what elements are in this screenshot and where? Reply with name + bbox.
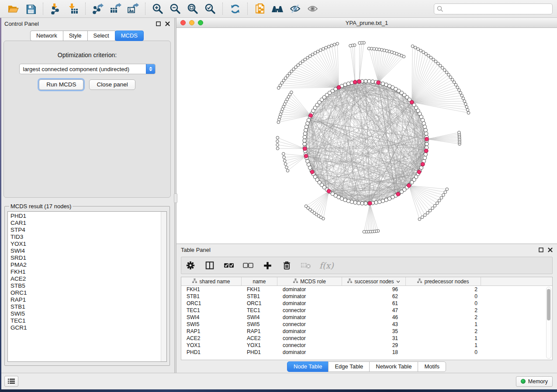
show-all-eye-icon[interactable] [304,1,321,16]
criterion-value: largest connected component (undirected) [20,66,146,72]
cell-successor_nodes: 18 [342,349,406,356]
mcds-result-item[interactable]: SWI4 [10,248,166,254]
cell-successor_nodes: 43 [342,321,406,328]
maximize-window-icon[interactable] [198,20,203,25]
column-header-shared-name[interactable]: shared name [181,277,242,285]
list-scrollbar-track[interactable] [161,212,166,361]
mcds-result-item[interactable]: SRD1 [10,254,166,261]
table-tab-motifs[interactable]: Motifs [418,361,446,372]
criterion-dropdown[interactable]: largest connected component (undirected) [19,64,156,74]
zoom-fit-icon[interactable] [184,1,201,16]
delete-table-icon[interactable] [300,260,311,271]
export-table-icon[interactable] [107,1,124,16]
import-network-icon[interactable] [47,1,64,16]
unselect-all-checkboxes-icon[interactable] [242,260,254,271]
first-neighbors-icon[interactable] [269,1,286,16]
clone-network-icon[interactable] [251,1,269,16]
cell-name: TEC1 [242,307,277,314]
float-table-panel-icon[interactable] [539,248,543,252]
table-row[interactable]: FKH1FKH1dominator962 [181,286,552,293]
cell-mcds_role: dominator [277,286,342,293]
add-column-plus-icon[interactable] [262,260,273,271]
table-row[interactable]: ORC1ORC1dominator610 [181,300,552,307]
table-tab-network-table[interactable]: Network Table [369,361,418,372]
network-window-titlebar[interactable]: YPA_prune.txt_1 [176,18,557,28]
mcds-result-item[interactable]: YOX1 [10,241,166,248]
mcds-result-item[interactable]: SWI5 [10,310,166,317]
table-row[interactable]: RAP1RAP1dominator352 [181,328,552,335]
cell-predecessor_nodes: 1 [406,321,481,328]
search-icon [437,6,443,12]
mcds-result-item[interactable]: TID3 [10,234,166,241]
open-session-icon[interactable] [4,1,22,16]
function-builder-icon[interactable]: f(x) [319,261,334,270]
network-canvas[interactable] [176,28,557,244]
mcds-result-item[interactable]: CAR1 [10,220,166,227]
mcds-result-item[interactable]: STB5 [10,282,166,289]
shared-column-icon [417,279,422,285]
column-header-MCDS-role[interactable]: MCDS role [277,277,342,285]
table-scrollbar[interactable] [546,287,551,359]
zoom-in-icon[interactable] [149,1,166,16]
tab-select[interactable]: Select [87,31,115,41]
attribute-settings-gear-icon[interactable] [185,260,196,271]
mcds-result-list[interactable]: PHD1CAR1STP4TID3YOX1SWI4SRD1PMA2FKH1ACE2… [7,211,167,362]
column-header-successor-nodes[interactable]: successor nodes [342,277,406,285]
export-network-icon[interactable] [89,1,107,16]
import-table-icon[interactable] [64,1,82,16]
export-image-icon[interactable] [124,1,142,16]
run-mcds-button[interactable]: Run MCDS [39,79,83,90]
table-row[interactable]: ACE2ACE2connector311 [181,335,552,342]
hide-selected-eye-icon[interactable] [286,1,304,16]
tab-network[interactable]: Network [30,31,63,41]
column-header-predecessor-nodes[interactable]: predecessor nodes [406,277,481,285]
mcds-result-item[interactable]: STP4 [10,227,166,234]
mcds-result-item[interactable]: STB1 [10,303,166,310]
mcds-result-item[interactable]: PMA2 [10,261,166,268]
mcds-result-item[interactable]: FKH1 [10,268,166,275]
table-row[interactable]: SWI4SWI4dominator462 [181,314,552,321]
column-view-icon[interactable] [204,260,215,271]
close-panel-button[interactable]: Close panel [89,79,135,90]
search-box [434,3,553,14]
table-row[interactable]: YOX1YOX1connector291 [181,342,552,349]
table-row[interactable]: SWI5SWI5connector431 [181,321,552,328]
table-row[interactable]: TEC1TEC1connector472 [181,307,552,314]
table-row[interactable]: PHD1PHD1dominator180 [181,349,552,356]
table-tab-edge-table[interactable]: Edge Table [328,361,370,372]
table-tab-node-table[interactable]: Node Table [287,361,329,372]
select-all-checkboxes-icon[interactable] [223,260,235,271]
close-panel-icon[interactable] [165,21,170,26]
mcds-result-item[interactable]: TEC1 [10,317,166,324]
node-table: shared namenameMCDS rolesuccessor nodesp… [181,277,553,360]
tab-mcds[interactable]: MCDS [115,31,144,41]
close-window-icon[interactable] [180,20,186,25]
column-label: shared name [199,279,230,285]
search-input[interactable] [434,3,553,14]
memory-button[interactable]: Memory [516,376,553,387]
refresh-icon[interactable] [226,1,244,16]
minimize-window-icon[interactable] [189,20,194,25]
save-session-icon[interactable] [22,1,39,16]
task-history-button[interactable] [4,376,18,387]
float-panel-icon[interactable] [156,21,161,26]
table-row[interactable]: STB1STB1dominator620 [181,293,552,300]
splitter-grip-icon[interactable] [174,193,177,203]
mcds-result-item[interactable]: ORC1 [10,289,166,296]
zoom-out-icon[interactable] [166,1,184,16]
mcds-result-item[interactable]: PHD1 [10,213,166,220]
close-table-panel-icon[interactable] [548,248,553,252]
table-scrollbar-thumb[interactable] [547,289,550,320]
delete-column-trash-icon[interactable] [281,260,292,271]
tab-style[interactable]: Style [63,31,88,41]
cell-name: STB1 [242,293,277,300]
mcds-result-item[interactable]: RAP1 [10,296,166,303]
cell-mcds_role: connector [277,307,342,314]
mcds-result-item[interactable]: GCR1 [10,324,166,331]
panel-splitter[interactable] [174,18,176,373]
cell-successor_nodes: 46 [342,314,406,321]
column-header-name[interactable]: name [242,277,277,285]
mcds-result-item[interactable]: ACE2 [10,275,166,282]
cell-mcds_role: dominator [277,328,342,335]
zoom-selected-icon[interactable] [201,1,219,16]
